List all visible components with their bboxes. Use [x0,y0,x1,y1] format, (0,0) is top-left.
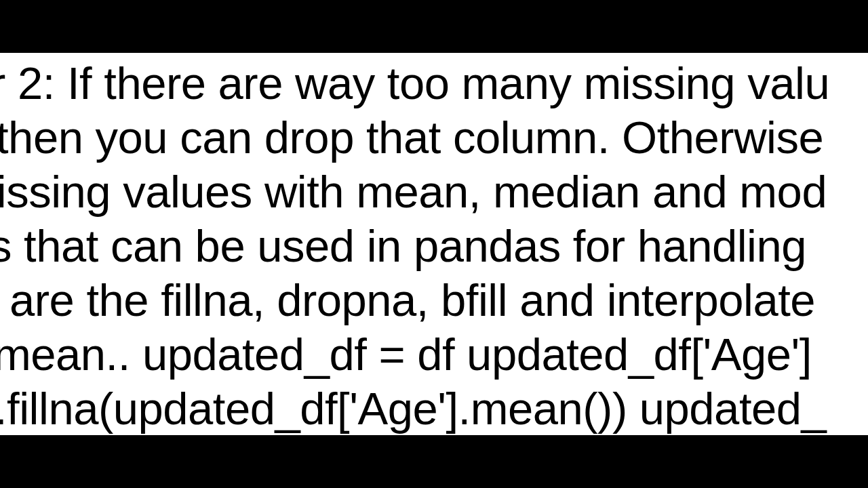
text-line-4: s that can be used in pandas for handlin… [0,219,806,273]
text-line-7: .fillna(updated_df['Age'].mean()) update… [0,382,826,435]
document-viewport: r 2: If there are way too many missing v… [0,53,868,435]
text-line-5: are the fillna, dropna, bfill and interp… [9,273,815,327]
letterbox-bottom [0,435,868,488]
text-line-6: mean.. updated_df = df updated_df['Age'] [0,327,812,382]
text-line-2: then you can drop that column. Otherwise [0,110,823,165]
letterbox-top [0,0,868,53]
text-line-1: r 2: If there are way too many missing v… [0,56,829,110]
text-line-3: nissing values with mean, median and mod [0,165,827,219]
